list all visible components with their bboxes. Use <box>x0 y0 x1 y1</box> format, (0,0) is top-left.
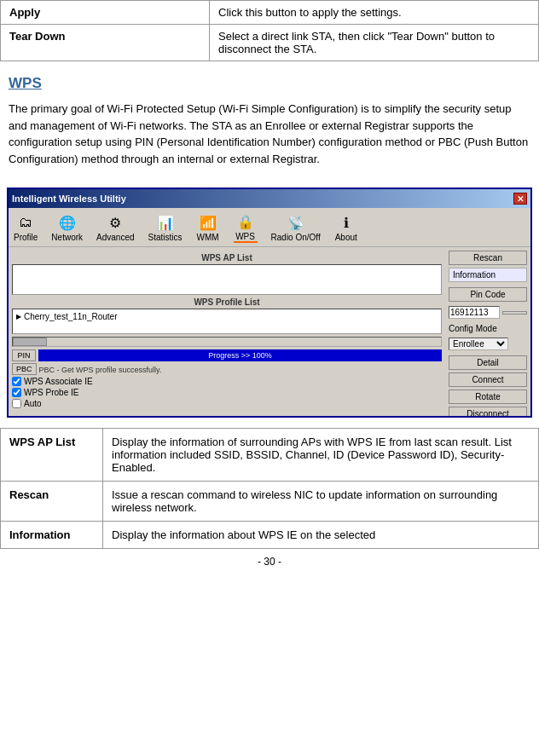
bottom-table: WPS AP ListDisplay the information of su… <box>0 428 539 549</box>
wps-ap-listbox[interactable] <box>12 264 442 295</box>
progress-row: PIN Progress >> 100% <box>12 349 442 361</box>
toolbar-item-wmm[interactable]: 📶WMM <box>196 212 220 242</box>
detail-button[interactable]: Detail <box>449 355 527 370</box>
row-content: Display the information of surrounding A… <box>103 429 539 482</box>
row-content: Select a direct link STA, then click "Te… <box>210 25 539 61</box>
toolbar-item-about[interactable]: ℹAbout <box>334 212 358 242</box>
window-title: Intelligent Wireless Utiltiy <box>12 193 126 204</box>
horizontal-scrollbar[interactable] <box>12 337 442 347</box>
wps-probe-ie-row: WPS Probe IE <box>12 388 442 397</box>
wps-probe-ie-checkbox[interactable] <box>12 388 21 397</box>
connect-button[interactable]: Connect <box>449 372 527 387</box>
table-row: InformationDisplay the information about… <box>1 522 539 549</box>
wps-associate-ie-row: WPS Associate IE <box>12 377 442 386</box>
expand-arrow: ▶ <box>16 313 21 320</box>
status-text: PBC - Get WPS profile successfully. <box>39 366 162 374</box>
renew-button[interactable] <box>502 311 527 315</box>
titlebar: Intelligent Wireless Utiltiy ✕ <box>9 189 530 208</box>
config-mode-select[interactable]: Enrollee <box>449 338 508 350</box>
auto-label: Auto <box>24 399 42 408</box>
row-content: Click this button to apply the settings. <box>210 1 539 25</box>
top-table: ApplyClick this button to apply the sett… <box>0 0 539 61</box>
row-label: Information <box>1 522 103 549</box>
wps-profile-listbox[interactable]: ▶ Cherry_test_11n_Router <box>12 309 442 334</box>
pin-button[interactable]: PIN <box>12 349 36 361</box>
toolbar-item-statistics[interactable]: 📊Statistics <box>148 212 183 242</box>
wps-icon: 🔒 <box>234 211 258 232</box>
row-label: Tear Down <box>1 25 210 61</box>
toolbar-item-profile[interactable]: 🗂Profile <box>14 212 38 242</box>
toolbar-label: Radio On/Off <box>271 233 321 242</box>
profile-item-label: Cherry_test_11n_Router <box>24 312 118 321</box>
toolbar-label: Statistics <box>148 233 183 242</box>
row-label: WPS AP List <box>1 429 103 482</box>
rotate-button[interactable]: Rotate <box>449 390 527 404</box>
row-label: Apply <box>1 1 210 25</box>
wps-profile-list-label: WPS Profile List <box>12 297 442 307</box>
radio on/off-icon: 📡 <box>284 212 308 233</box>
pbc-button[interactable]: PBC <box>12 363 37 375</box>
row-label: Rescan <box>1 482 103 522</box>
advanced-icon: ⚙ <box>103 212 127 233</box>
screenshot-body: WPS AP List WPS Profile List ▶ Cherry_te… <box>9 247 530 416</box>
row-content: Issue a rescan command to wireless NIC t… <box>103 482 539 522</box>
profile-item: ▶ Cherry_test_11n_Router <box>14 311 439 322</box>
pbc-row: PBC PBC - Get WPS profile successfully. <box>12 363 442 375</box>
auto-checkbox[interactable] <box>12 399 21 408</box>
wps-probe-ie-label: WPS Probe IE <box>24 388 78 397</box>
right-panel: Rescan Information Pin Code Config Mode … <box>445 247 530 416</box>
progress-bar: Progress >> 100% <box>38 349 442 361</box>
toolbar-item-wps[interactable]: 🔒WPS <box>234 211 258 243</box>
toolbar-label: WMM <box>196 233 218 242</box>
screenshot-window: Intelligent Wireless Utiltiy ✕ 🗂Profile🌐… <box>7 188 532 418</box>
about-icon: ℹ <box>334 212 358 233</box>
toolbar-item-radio-on/off[interactable]: 📡Radio On/Off <box>271 212 321 242</box>
pin-value-input[interactable] <box>449 306 500 319</box>
toolbar: 🗂Profile🌐Network⚙Advanced📊Statistics📶WMM… <box>9 208 530 247</box>
information-label: Information <box>453 270 523 280</box>
profile-icon: 🗂 <box>14 212 38 233</box>
pin-input-row <box>449 306 527 319</box>
disconnect-button[interactable]: Disconnect <box>449 407 527 418</box>
pin-code-button[interactable]: Pin Code <box>449 287 527 302</box>
scrollbar-thumb[interactable] <box>13 338 47 346</box>
wmm-icon: 📶 <box>196 212 220 233</box>
network-icon: 🌐 <box>55 212 79 233</box>
wps-associate-ie-checkbox[interactable] <box>12 377 21 386</box>
auto-row: Auto <box>12 399 442 408</box>
wps-description: The primary goal of Wi-Fi Protected Setu… <box>9 101 530 167</box>
table-row: RescanIssue a rescan command to wireless… <box>1 482 539 522</box>
left-panel: WPS AP List WPS Profile List ▶ Cherry_te… <box>9 247 445 416</box>
row-content: Display the information about WPS IE on … <box>103 522 539 549</box>
checkboxes-area: WPS Associate IE WPS Probe IE Auto <box>12 377 442 408</box>
config-mode-label: Config Mode <box>449 324 527 333</box>
wps-ap-list-label: WPS AP List <box>12 253 442 263</box>
wps-heading: WPS <box>9 75 530 92</box>
page-number: - 30 - <box>258 556 281 568</box>
table-row: WPS AP ListDisplay the information of su… <box>1 429 539 482</box>
toolbar-item-advanced[interactable]: ⚙Advanced <box>96 212 134 242</box>
toolbar-label: Profile <box>14 233 38 242</box>
toolbar-label: About <box>335 233 357 242</box>
toolbar-label: WPS <box>235 232 255 241</box>
table-row: Tear DownSelect a direct link STA, then … <box>1 25 539 61</box>
wps-section: WPS The primary goal of Wi-Fi Protected … <box>0 61 539 188</box>
table-row: ApplyClick this button to apply the sett… <box>1 1 539 25</box>
toolbar-label: Advanced <box>96 233 134 242</box>
rescan-button[interactable]: Rescan <box>449 251 527 265</box>
toolbar-item-network[interactable]: 🌐Network <box>51 212 83 242</box>
close-button[interactable]: ✕ <box>513 193 527 205</box>
page-footer: - 30 - <box>0 549 539 574</box>
wps-associate-ie-label: WPS Associate IE <box>24 377 93 386</box>
statistics-icon: 📊 <box>154 212 177 233</box>
toolbar-label: Network <box>51 233 83 242</box>
information-box: Information <box>449 268 527 282</box>
